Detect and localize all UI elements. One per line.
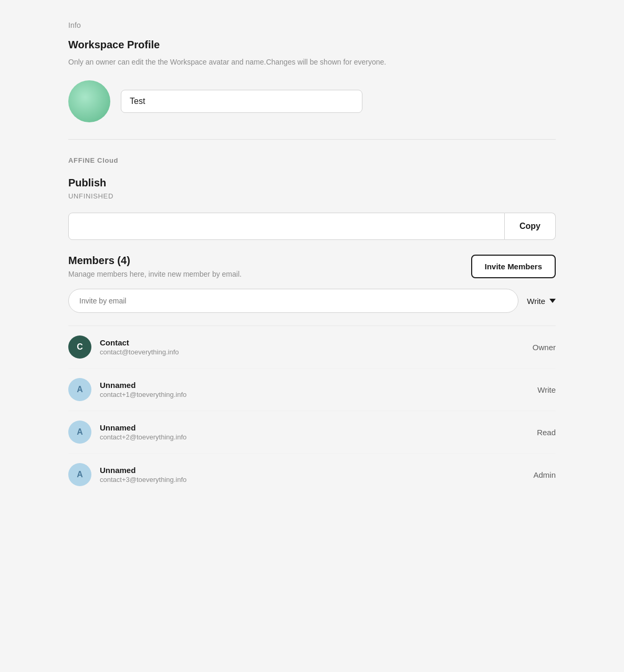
members-desc: Manage members here, invite new member b…	[68, 270, 242, 278]
member-email: contact+1@toeverything.info	[100, 391, 537, 398]
invite-email-input[interactable]	[68, 289, 518, 313]
member-info: Unnamed contact+2@toeverything.info	[100, 423, 537, 441]
member-role: Owner	[533, 343, 556, 352]
members-header: Members (4) Manage members here, invite …	[68, 255, 556, 278]
chevron-down-icon	[549, 299, 556, 303]
member-email: contact+2@toeverything.info	[100, 433, 537, 441]
page-container: Info Workspace Profile Only an owner can…	[0, 0, 624, 672]
members-left: Members (4) Manage members here, invite …	[68, 255, 242, 278]
section-divider-1	[68, 139, 556, 140]
member-name: Unnamed	[100, 381, 537, 390]
member-avatar: C	[68, 335, 91, 359]
member-avatar: A	[68, 378, 91, 401]
copy-link-input[interactable]	[68, 213, 505, 240]
member-role: Write	[537, 385, 556, 394]
member-list: C Contact contact@toeverything.info Owne…	[68, 326, 556, 496]
affine-cloud-label: AFFiNE Cloud	[68, 156, 556, 164]
workspace-name-input[interactable]	[121, 90, 362, 113]
invite-members-button[interactable]: Invite Members	[471, 255, 556, 278]
member-role: Admin	[533, 470, 556, 479]
member-avatar: A	[68, 463, 91, 486]
copy-row: Copy	[68, 213, 556, 240]
member-item: A Unnamed contact+3@toeverything.info Ad…	[68, 454, 556, 496]
member-email: contact@toeverything.info	[100, 348, 533, 356]
member-info: Unnamed contact+1@toeverything.info	[100, 381, 537, 398]
member-info: Unnamed contact+3@toeverything.info	[100, 466, 533, 484]
workspace-row	[68, 80, 556, 122]
member-name: Contact	[100, 338, 533, 347]
member-name: Unnamed	[100, 423, 537, 432]
info-label: Info	[68, 21, 556, 29]
publish-status: UNFINISHED	[68, 192, 556, 200]
member-item: A Unnamed contact+2@toeverything.info Re…	[68, 411, 556, 454]
workspace-profile-title: Workspace Profile	[68, 39, 556, 51]
role-selector-label: Write	[527, 297, 545, 306]
members-title: Members (4)	[68, 255, 242, 267]
workspace-avatar	[68, 80, 110, 122]
member-info: Contact contact@toeverything.info	[100, 338, 533, 356]
member-avatar: A	[68, 421, 91, 444]
role-selector[interactable]: Write	[527, 297, 556, 306]
publish-title: Publish	[68, 177, 556, 189]
workspace-profile-desc: Only an owner can edit the the Workspace…	[68, 56, 556, 68]
copy-button[interactable]: Copy	[505, 213, 556, 240]
member-name: Unnamed	[100, 466, 533, 475]
member-item: A Unnamed contact+1@toeverything.info Wr…	[68, 369, 556, 411]
member-email: contact+3@toeverything.info	[100, 476, 533, 484]
invite-row: Write	[68, 289, 556, 313]
member-role: Read	[537, 428, 556, 437]
member-item: C Contact contact@toeverything.info Owne…	[68, 326, 556, 369]
